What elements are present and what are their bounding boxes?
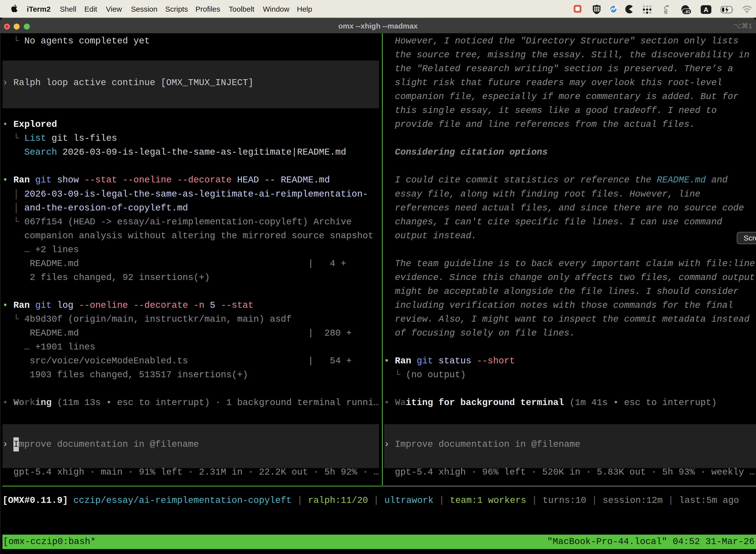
svg-text:A: A: [704, 6, 708, 13]
svg-text:..61: ..61: [684, 10, 690, 14]
